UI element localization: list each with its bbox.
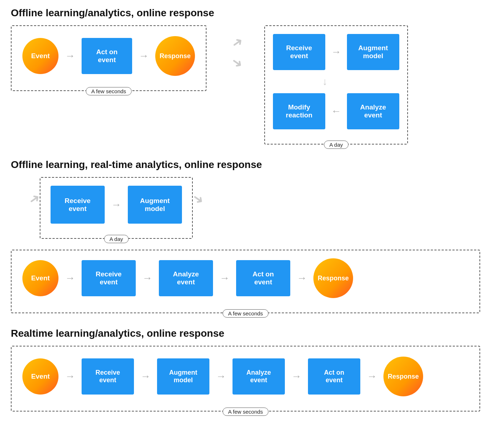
section2-bottom-receive-box: Receive event	[82, 260, 136, 296]
section3-time-label: A few seconds	[223, 408, 269, 416]
section2-top-time-label: A day	[104, 235, 129, 243]
diag-arrow-down-icon: ➜	[229, 55, 245, 72]
section3-arrow3: →	[216, 371, 226, 382]
down-arrow-icon: ↓	[322, 76, 327, 87]
section1-receive-box: Receive event	[273, 34, 325, 70]
section2-bottom-time-label: A few seconds	[223, 309, 269, 318]
section2-bottom-analyze-box: Analyze event	[159, 260, 213, 296]
section1: Offline learning/analytics, online respo…	[11, 7, 480, 145]
section2-bottom-arrow3: →	[220, 272, 230, 284]
section1-augment-box: Augment model	[347, 34, 399, 70]
section3-arrow2: →	[140, 371, 151, 382]
section2-top-box: Receive event → Augment model A day	[40, 177, 193, 239]
section2-top: ➜ Receive event → Augment model A day ➜	[11, 177, 480, 239]
section2-in-arrow: ➜	[11, 177, 40, 207]
section3-title: Realtime learning/analytics, online resp…	[11, 328, 480, 339]
section3-augment-box: Augment model	[157, 358, 209, 395]
section1-connector: ➜ ➜	[232, 36, 243, 69]
section1-arrow2: →	[139, 50, 149, 62]
section2-out-arrow: ➜	[193, 177, 222, 207]
section1-title: Offline learning/analytics, online respo…	[11, 7, 480, 19]
section2-title: Offline learning, real-time analytics, o…	[11, 159, 480, 171]
section3-box: Event → Receive event → Augment model → …	[11, 346, 480, 412]
section1-analyze-box: Analyze event	[347, 93, 399, 129]
section3-arrow4: →	[291, 371, 301, 382]
section1-arrow1: →	[65, 50, 75, 62]
section1-right-row2: Modify reaction ← Analyze event	[273, 93, 399, 129]
section1-right-time-label: A day	[324, 141, 348, 149]
section1-act-box: Act on event	[82, 38, 132, 74]
section3-event-circle: Event	[22, 358, 58, 395]
section2: Offline learning, real-time analytics, o…	[11, 159, 480, 313]
section2-response-circle: Response	[313, 258, 353, 298]
section1-time-label: A few seconds	[86, 87, 132, 95]
section3-analyze-box: Analyze event	[233, 358, 285, 395]
section2-bottom-arrow4: →	[297, 272, 307, 284]
section1-modify-box: Modify reaction	[273, 93, 325, 129]
section1-right-row1: Receive event → Augment model	[273, 34, 399, 70]
section1-left-box: Event → Act on event → Response A few se…	[11, 25, 207, 91]
section2-bottom-act-box: Act on event	[236, 260, 290, 296]
section2-augment-box: Augment model	[128, 186, 182, 224]
section1-right-box: Receive event → Augment model ↓ Modify r…	[264, 25, 408, 145]
section2-bottom-arrow1: →	[65, 272, 75, 284]
section1-down-arrow: ↓	[322, 76, 350, 87]
section1-right-arrow1: →	[331, 46, 341, 58]
section3-arrow1: →	[65, 371, 75, 382]
section3: Realtime learning/analytics, online resp…	[11, 328, 480, 412]
section3-response-circle: Response	[383, 357, 423, 396]
section1-right-arrow2: ←	[331, 105, 341, 117]
section3-arrow5: →	[367, 371, 377, 382]
diag-arrow-up-icon: ➜	[229, 34, 245, 51]
section3-receive-box: Receive event	[82, 358, 134, 395]
section2-bottom-arrow2: →	[142, 272, 152, 284]
section1-event-circle: Event	[22, 38, 58, 74]
section1-response-circle: Response	[155, 36, 195, 76]
section2-event-circle: Event	[22, 260, 58, 296]
section2-bottom-box: Event → Receive event → Analyze event → …	[11, 250, 480, 313]
section3-act-box: Act on event	[308, 358, 360, 395]
section2-receive-box: Receive event	[51, 186, 105, 224]
section2-top-arrow: →	[111, 199, 121, 211]
